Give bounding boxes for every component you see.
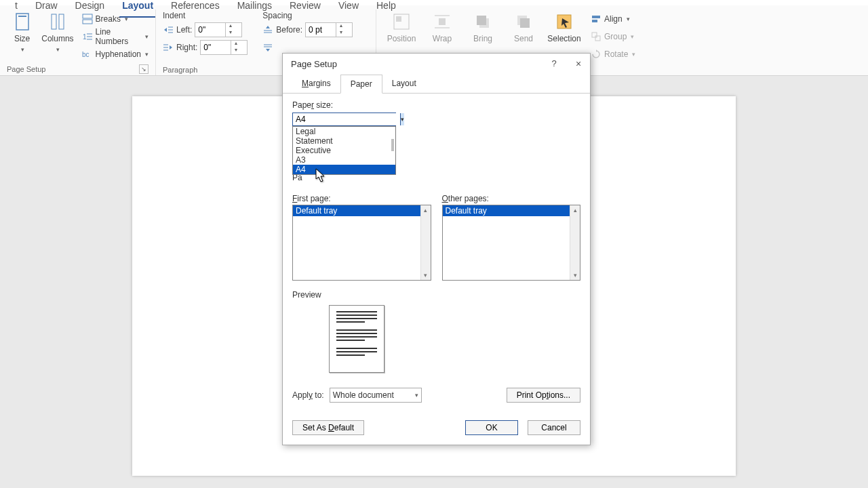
line-numbers-button[interactable]: 1 Line Numbers ▾ bbox=[82, 28, 149, 45]
ok-button[interactable]: OK bbox=[465, 420, 518, 435]
position-icon bbox=[392, 12, 411, 31]
columns-button[interactable]: Columns ▾ bbox=[41, 11, 73, 53]
chevron-down-icon: ▾ bbox=[632, 51, 635, 58]
group-label-paragraph: Paragraph bbox=[163, 66, 197, 74]
option-a4[interactable]: A4 bbox=[293, 165, 395, 174]
svg-rect-27 bbox=[477, 16, 486, 25]
chevron-down-icon: ▾ bbox=[145, 51, 149, 58]
tab-layout-dlg[interactable]: Layout bbox=[382, 75, 426, 94]
option-executive[interactable]: Executive bbox=[293, 146, 395, 155]
indent-right-icon bbox=[163, 42, 174, 53]
dialog-tabs: Margins Paper Layout bbox=[283, 74, 590, 94]
paper-size-input[interactable] bbox=[293, 113, 400, 125]
align-label: Align bbox=[604, 14, 623, 24]
paper-size-combo[interactable]: ▾ Legal Statement Executive A3 A4 bbox=[292, 113, 396, 126]
line-numbers-label: Line Numbers bbox=[96, 27, 141, 46]
selection-pane-button[interactable]: Selection bbox=[546, 11, 583, 43]
hyphenation-icon: bc bbox=[82, 49, 93, 60]
svg-text:1: 1 bbox=[83, 33, 87, 41]
spacing-before-icon bbox=[262, 24, 273, 35]
svg-rect-4 bbox=[83, 14, 92, 18]
chevron-down-icon: ▾ bbox=[631, 33, 634, 40]
first-page-label: First page: bbox=[292, 194, 431, 203]
option-legal[interactable]: Legal bbox=[293, 127, 395, 136]
group-page-setup: Size ▾ Columns ▾ Breaks ▾ 1 Line Numbers bbox=[0, 9, 156, 75]
tab-paper[interactable]: Paper bbox=[340, 75, 382, 94]
set-as-default-button[interactable]: Set As Default bbox=[292, 420, 364, 435]
scrollbar[interactable]: ▴▾ bbox=[420, 205, 431, 280]
group-label: Group bbox=[604, 32, 627, 41]
line-numbers-icon: 1 bbox=[82, 31, 93, 42]
hyphenation-button[interactable]: bc Hyphenation ▾ bbox=[82, 46, 149, 62]
align-button[interactable]: Align ▾ bbox=[591, 11, 635, 27]
svg-rect-23 bbox=[439, 18, 446, 25]
scrollbar[interactable]: ▴▾ bbox=[570, 205, 580, 280]
bring-label: Bring bbox=[473, 34, 492, 43]
spacing-after-icon bbox=[262, 42, 273, 53]
svg-rect-29 bbox=[520, 18, 530, 28]
selection-label: Selection bbox=[547, 34, 580, 43]
indent-left-row: Left: ▴▾ bbox=[163, 22, 248, 38]
selection-pane-icon bbox=[555, 12, 574, 31]
dialog-title: Page Setup bbox=[291, 59, 337, 69]
apply-to-select[interactable]: Whole document ▾ bbox=[330, 388, 422, 403]
spacing-before-input[interactable]: ▴▾ bbox=[305, 22, 353, 37]
spacing-before-label: Before: bbox=[276, 25, 302, 35]
dropdown-scrollbar[interactable] bbox=[391, 139, 394, 151]
dialog-help-button[interactable]: ? bbox=[548, 58, 560, 70]
svg-rect-3 bbox=[59, 14, 64, 29]
tab-margins[interactable]: Margins bbox=[292, 75, 340, 94]
other-pages-tray-list[interactable]: Default tray ▴▾ bbox=[442, 205, 581, 281]
breaks-label: Breaks bbox=[96, 14, 121, 24]
preview-label: Preview bbox=[292, 290, 321, 300]
size-button[interactable]: Size ▾ bbox=[7, 11, 37, 53]
svg-rect-1 bbox=[18, 16, 26, 17]
group-icon bbox=[591, 31, 601, 42]
dialog-body: Paper size: ▾ Legal Statement Executive … bbox=[283, 94, 590, 412]
svg-text:bc: bc bbox=[82, 51, 90, 58]
paper-size-dropdown-list: Legal Statement Executive A3 A4 bbox=[292, 126, 396, 175]
print-options-button[interactable]: Print Options... bbox=[507, 388, 580, 403]
send-label: Send bbox=[514, 34, 533, 43]
bring-button[interactable]: Bring bbox=[465, 11, 501, 43]
svg-rect-32 bbox=[592, 20, 597, 22]
page-setup-dialog: Page Setup ? × Margins Paper Layout Pape… bbox=[282, 53, 591, 445]
other-pages-tray-item[interactable]: Default tray bbox=[443, 205, 580, 216]
page-setup-launcher[interactable]: ↘ bbox=[139, 64, 149, 74]
indent-left-input[interactable]: ▴▾ bbox=[195, 22, 242, 37]
indent-heading: Indent bbox=[163, 11, 248, 20]
cancel-button[interactable]: Cancel bbox=[528, 420, 580, 435]
breaks-button[interactable]: Breaks ▾ bbox=[82, 11, 149, 27]
dialog-titlebar: Page Setup ? × bbox=[283, 54, 590, 74]
svg-rect-5 bbox=[83, 20, 92, 24]
breaks-icon bbox=[82, 14, 93, 24]
rotate-label: Rotate bbox=[604, 49, 628, 59]
hyphenation-label: Hyphenation bbox=[96, 49, 141, 59]
other-pages-label: Other pages: bbox=[442, 194, 581, 203]
position-button[interactable]: Position bbox=[383, 11, 420, 43]
paper-size-label: Paper size: bbox=[292, 100, 580, 110]
svg-rect-22 bbox=[396, 16, 401, 22]
rotate-button[interactable]: Rotate ▾ bbox=[591, 46, 635, 62]
group-objects-button[interactable]: Group ▾ bbox=[591, 28, 635, 45]
rotate-icon bbox=[591, 49, 601, 60]
dialog-close-button[interactable]: × bbox=[572, 58, 585, 70]
paper-size-dropdown-button[interactable]: ▾ bbox=[400, 113, 404, 125]
spacing-heading: Spacing bbox=[262, 11, 353, 20]
chevron-down-icon: ▾ bbox=[56, 46, 60, 53]
first-page-tray-item[interactable]: Default tray bbox=[293, 205, 431, 216]
svg-rect-31 bbox=[592, 16, 600, 18]
ribbon-tabs: t Draw Design Layout References Mailings… bbox=[0, 0, 868, 5]
preview-thumbnail bbox=[329, 305, 384, 373]
columns-label: Columns bbox=[41, 34, 73, 43]
option-statement[interactable]: Statement bbox=[293, 136, 395, 146]
apply-to-label: Apply to: bbox=[292, 390, 324, 400]
indent-right-row: Right: ▴▾ bbox=[163, 39, 248, 56]
wrap-button[interactable]: Wrap bbox=[424, 11, 460, 43]
send-button[interactable]: Send bbox=[505, 11, 542, 43]
indent-right-input[interactable]: ▴▾ bbox=[200, 40, 248, 55]
option-a3[interactable]: A3 bbox=[293, 155, 395, 165]
svg-rect-33 bbox=[592, 33, 597, 37]
dialog-footer: Set As Default OK Cancel bbox=[283, 412, 590, 445]
first-page-tray-list[interactable]: Default tray ▴▾ bbox=[292, 205, 431, 281]
